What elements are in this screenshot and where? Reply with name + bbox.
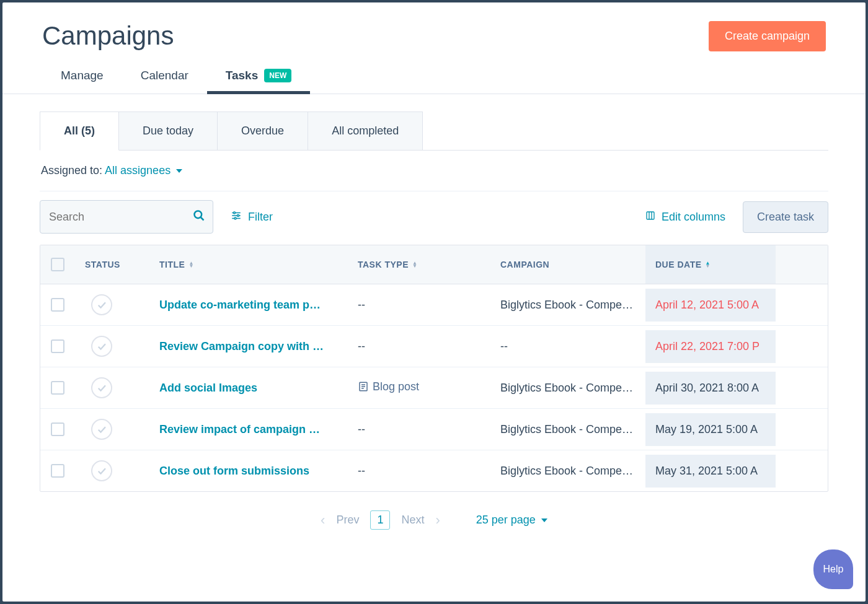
svg-line-1 [201, 217, 204, 221]
sort-icon: ▲▼ [188, 261, 193, 268]
create-task-button[interactable]: Create task [743, 201, 828, 233]
svg-point-5 [234, 212, 236, 214]
create-campaign-button[interactable]: Create campaign [709, 21, 826, 51]
search-input[interactable] [49, 211, 193, 224]
next-button[interactable]: Next [401, 514, 424, 527]
filter-tab-completed[interactable]: All completed [308, 112, 423, 151]
task-due-date: April 22, 2021 7:00 P [645, 330, 776, 363]
page-title: Campaigns [42, 21, 174, 51]
task-title-link[interactable]: Close out form submissions [159, 465, 309, 477]
filter-label: Filter [248, 211, 273, 224]
col-task-type[interactable]: TASK TYPE ▲▼ [348, 245, 490, 284]
tasks-table: STATUS TITLE ▲▼ TASK TYPE ▲▼ CAMPAIGN DU… [40, 245, 828, 492]
task-due-date: April 12, 2021 5:00 A [645, 289, 776, 322]
row-checkbox[interactable] [51, 381, 64, 395]
help-button[interactable]: Help [813, 549, 853, 589]
tab-manage[interactable]: Manage [61, 69, 104, 94]
edit-columns-label: Edit columns [662, 211, 725, 224]
caret-down-icon [176, 169, 182, 173]
prev-button[interactable]: Prev [336, 514, 359, 527]
chevron-left-icon[interactable]: ‹ [321, 512, 325, 528]
row-checkbox[interactable] [51, 339, 64, 353]
col-due-date[interactable]: DUE DATE ▲▼ [645, 245, 776, 284]
svg-point-7 [234, 217, 236, 219]
col-title-label: TITLE [159, 260, 185, 269]
table-row: Add social ImagesBlog postBiglytics Eboo… [40, 367, 828, 409]
table-row: Review Campaign copy with …----April 22,… [40, 326, 828, 367]
columns-icon [645, 211, 655, 224]
status-toggle[interactable] [91, 336, 112, 357]
search-box[interactable] [40, 200, 213, 234]
status-toggle[interactable] [91, 377, 112, 398]
task-type: -- [348, 413, 490, 446]
row-checkbox[interactable] [51, 298, 64, 312]
task-campaign: Biglytics Ebook - Compe… [490, 455, 645, 488]
per-page-label: 25 per page [476, 514, 536, 526]
per-page-dropdown[interactable]: 25 per page [476, 514, 547, 527]
page-number[interactable]: 1 [370, 510, 390, 530]
select-all-checkbox[interactable] [51, 258, 64, 271]
assigned-label: Assigned to: [41, 164, 102, 177]
task-type: -- [348, 455, 490, 488]
task-due-date: May 31, 2021 5:00 A [645, 455, 776, 488]
filter-tab-overdue[interactable]: Overdue [218, 112, 308, 151]
col-campaign[interactable]: CAMPAIGN [490, 245, 645, 284]
task-title-link[interactable]: Update co-marketing team p… [159, 299, 321, 311]
col-type-label: TASK TYPE [358, 260, 409, 269]
tab-tasks[interactable]: Tasks NEW [226, 69, 291, 94]
task-due-date: April 30, 2021 8:00 A [645, 372, 776, 405]
row-checkbox[interactable] [51, 464, 64, 478]
assigned-value: All assignees [105, 164, 170, 177]
sliders-icon [231, 210, 242, 224]
status-toggle[interactable] [91, 460, 112, 481]
svg-rect-8 [647, 212, 654, 219]
filter-tab-due-today[interactable]: Due today [119, 112, 218, 151]
pagination: ‹ Prev 1 Next › 25 per page [40, 492, 828, 548]
filter-tab-all[interactable]: All (5) [40, 112, 119, 151]
table-row: Review impact of campaign …--Biglytics E… [40, 409, 828, 450]
status-toggle[interactable] [91, 294, 112, 315]
task-title-link[interactable]: Add social Images [159, 382, 257, 394]
col-title[interactable]: TITLE ▲▼ [149, 245, 348, 284]
task-campaign: Biglytics Ebook - Compe… [490, 413, 645, 446]
new-badge: NEW [264, 69, 291, 82]
chevron-right-icon[interactable]: › [435, 512, 440, 528]
task-type: Blog post [348, 370, 490, 406]
task-due-date: May 19, 2021 5:00 A [645, 413, 776, 446]
table-row: Close out form submissions--Biglytics Eb… [40, 450, 828, 491]
tab-tasks-label: Tasks [226, 69, 258, 82]
svg-point-0 [195, 211, 202, 219]
task-campaign: -- [490, 330, 645, 363]
task-campaign: Biglytics Ebook - Compe… [490, 289, 645, 322]
search-icon [193, 209, 205, 224]
filter-button[interactable]: Filter [231, 210, 273, 224]
status-toggle[interactable] [91, 419, 112, 440]
svg-point-6 [237, 214, 239, 216]
sort-icon: ▲▼ [412, 261, 417, 268]
caret-down-icon [541, 519, 547, 522]
task-title-link[interactable]: Review Campaign copy with … [159, 340, 324, 352]
task-title-link[interactable]: Review impact of campaign … [159, 423, 320, 435]
table-row: Update co-marketing team p…--Biglytics E… [40, 284, 828, 326]
task-campaign: Biglytics Ebook - Compe… [490, 372, 645, 405]
row-checkbox[interactable] [51, 422, 64, 436]
task-type: -- [348, 330, 490, 363]
tab-calendar[interactable]: Calendar [141, 69, 188, 94]
assigned-dropdown[interactable]: All assignees [105, 164, 182, 177]
task-type: -- [348, 289, 490, 322]
col-status[interactable]: STATUS [75, 245, 149, 284]
col-due-label: DUE DATE [655, 260, 702, 269]
sort-icon: ▲▼ [706, 261, 711, 268]
edit-columns-button[interactable]: Edit columns [645, 211, 725, 224]
